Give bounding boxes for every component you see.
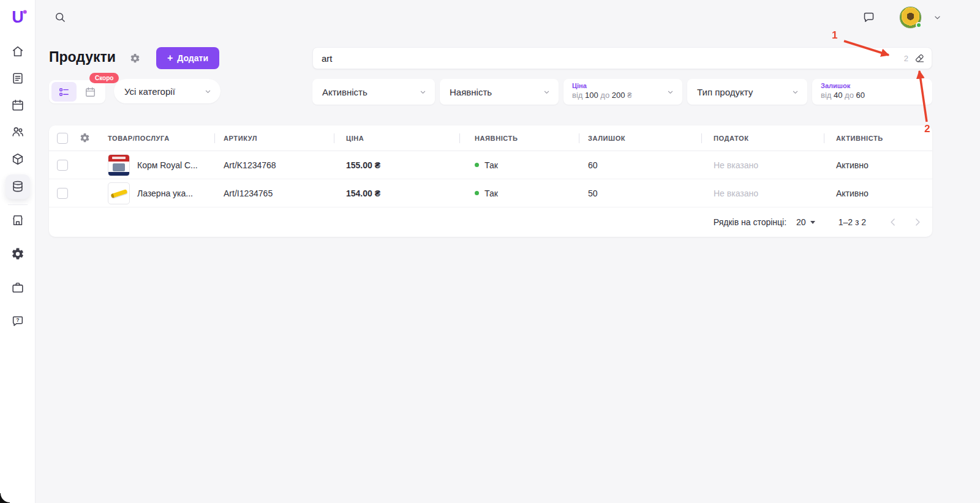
stock-to-label: до xyxy=(845,91,854,100)
price-range-filter[interactable]: Ціна від 100 до 200 ₴ xyxy=(564,79,682,105)
table-header-row: ТОВАР/ПОСЛУГА АРТИКУЛ ЦІНА НАЯВНІСТЬ ЗАЛ… xyxy=(49,125,932,151)
stock-value: 60 xyxy=(579,160,701,170)
sidebar-item-calendar[interactable] xyxy=(10,98,25,113)
activity-filter-select[interactable]: Активність xyxy=(312,79,435,105)
column-header-product: ТОВАР/ПОСЛУГА xyxy=(103,135,214,142)
table-row: Корм Royal C... Art/K1234768 155.00 ₴ Та… xyxy=(49,151,932,179)
stock-filter-label: Залишок xyxy=(821,82,865,89)
availability-dot xyxy=(475,163,479,167)
column-header-activity: АКТИВНІСТЬ xyxy=(824,135,932,142)
stock-range-filter[interactable]: Залишок від 40 до 60 xyxy=(812,79,932,105)
add-product-button[interactable]: + Додати xyxy=(156,47,219,69)
sidebar-item-packages[interactable] xyxy=(10,152,25,166)
column-header-tax: ПОДАТОК xyxy=(701,135,824,142)
availability-filter-label: Наявність xyxy=(450,87,492,97)
caret-down-icon xyxy=(810,221,815,224)
availability-value: Так xyxy=(484,188,498,198)
sidebar-item-documents[interactable] xyxy=(10,71,25,86)
rows-per-page-value: 20 xyxy=(796,217,806,227)
sidebar-item-home[interactable] xyxy=(10,44,25,59)
briefcase-icon xyxy=(11,281,24,294)
page-settings-gear-icon[interactable] xyxy=(130,53,140,64)
list-view-icon xyxy=(58,86,70,98)
calendar-view-button[interactable] xyxy=(78,82,103,102)
clear-search-eraser-icon[interactable] xyxy=(914,53,925,64)
window-corner xyxy=(0,493,10,503)
global-search-icon[interactable] xyxy=(54,11,66,23)
add-product-label: Додати xyxy=(177,53,208,63)
help-chat-icon: ? xyxy=(11,315,24,328)
product-name: Лазерна ука... xyxy=(137,188,193,198)
column-header-availability: НАЯВНІСТЬ xyxy=(459,135,579,142)
home-icon xyxy=(11,45,24,58)
next-page-button[interactable] xyxy=(911,216,924,228)
product-type-filter-label: Тип продукту xyxy=(697,87,753,97)
stock-from-value: 40 xyxy=(834,91,842,100)
price-from-value: 100 xyxy=(585,91,598,100)
stock-from-label: від xyxy=(821,91,831,100)
sidebar-item-products[interactable] xyxy=(6,174,30,199)
chevron-down-icon xyxy=(203,87,213,96)
price-from-label: від xyxy=(572,91,582,100)
pagination-range: 1–2 з 2 xyxy=(839,217,866,227)
sidebar-item-support[interactable]: ? xyxy=(10,314,25,329)
people-icon xyxy=(11,125,24,138)
activity-filter-label: Активність xyxy=(322,87,368,97)
soon-badge: Скоро xyxy=(89,73,119,83)
column-header-stock: ЗАЛИШОК xyxy=(579,135,701,142)
product-type-filter-select[interactable]: Тип продукту xyxy=(687,79,807,105)
stock-value: 50 xyxy=(579,188,701,198)
chevron-down-icon xyxy=(666,88,675,97)
plus-icon: + xyxy=(167,53,173,64)
previous-page-button[interactable] xyxy=(887,216,899,228)
view-toggle xyxy=(49,80,105,103)
products-stack-icon xyxy=(11,180,24,193)
product-sku: Art/K1234768 xyxy=(214,160,334,170)
online-status-dot xyxy=(916,22,922,28)
rows-per-page-select[interactable]: 20 xyxy=(796,217,815,227)
column-header-sku: АРТИКУЛ xyxy=(214,135,334,142)
account-chevron-down-icon[interactable] xyxy=(932,12,943,23)
sidebar-item-services[interactable] xyxy=(10,280,25,295)
product-price: 155.00 ₴ xyxy=(334,160,459,170)
price-to-label: до xyxy=(600,91,609,100)
sidebar-item-clients[interactable] xyxy=(10,124,25,139)
product-name: Корм Royal C... xyxy=(137,160,198,170)
document-icon xyxy=(11,72,24,85)
price-currency: ₴ xyxy=(627,91,631,100)
availability-value: Так xyxy=(484,160,498,170)
sidebar-divider xyxy=(8,204,28,205)
row-checkbox[interactable] xyxy=(57,188,68,199)
table-settings-gear-icon[interactable] xyxy=(80,133,90,143)
stock-to-value: 60 xyxy=(856,91,865,100)
table-footer: Рядків на сторінці: 20 1–2 з 2 xyxy=(49,207,932,237)
tax-value: Не вказано xyxy=(701,160,824,170)
page-title: Продукти xyxy=(49,49,116,65)
package-icon xyxy=(11,152,24,166)
table-row: Лазерна ука... Art/I1234765 154.00 ₴ Так… xyxy=(49,179,932,207)
sidebar-item-shop[interactable] xyxy=(10,213,25,228)
products-table: ТОВАР/ПОСЛУГА АРТИКУЛ ЦІНА НАЯВНІСТЬ ЗАЛ… xyxy=(49,125,932,237)
chat-icon[interactable] xyxy=(862,11,875,24)
activity-value: Активно xyxy=(824,188,932,198)
chevron-down-icon xyxy=(791,88,800,97)
availability-dot xyxy=(475,191,479,195)
select-all-checkbox[interactable] xyxy=(57,133,68,144)
app-logo[interactable]: U xyxy=(12,8,23,27)
tax-value: Не вказано xyxy=(701,188,824,198)
annotation-label-1: 1 xyxy=(832,29,837,42)
user-avatar[interactable] xyxy=(899,6,922,29)
product-search-input[interactable] xyxy=(313,48,932,69)
chevron-down-icon xyxy=(542,88,551,97)
row-checkbox[interactable] xyxy=(57,160,68,171)
product-search-field: 2 xyxy=(312,47,932,69)
category-filter-select[interactable]: Усі категорії xyxy=(114,79,221,103)
app-logo-letter: U xyxy=(12,8,23,26)
sidebar-item-settings[interactable] xyxy=(10,247,25,261)
search-result-count: 2 xyxy=(904,54,908,63)
list-view-button[interactable] xyxy=(51,82,77,102)
calendar-icon xyxy=(11,99,24,112)
filters-row: Активність Наявність Ціна від 100 до 200… xyxy=(312,79,932,105)
availability-filter-select[interactable]: Наявність xyxy=(440,79,559,105)
product-price: 154.00 ₴ xyxy=(334,188,459,198)
